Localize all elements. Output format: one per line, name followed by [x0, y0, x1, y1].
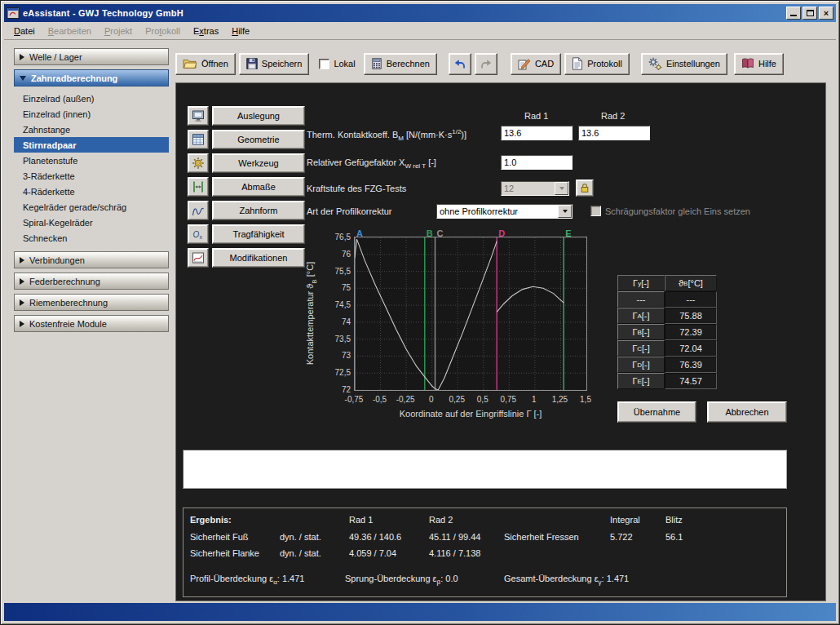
- value-table-value-c: 72.04: [665, 340, 717, 357]
- sidebar-section-zahnradberechnung[interactable]: Zahnradberechnung: [14, 69, 169, 86]
- value-table-point-b[interactable]: ΓB [-]: [617, 324, 665, 340]
- title-bar[interactable]: eAssistant - GWJ Technology GmbH ×: [4, 4, 836, 22]
- speichern-button[interactable]: Speichern: [239, 53, 310, 75]
- x-tick-label: 0,75: [501, 395, 516, 404]
- module-button-auslegung[interactable]: Auslegung: [212, 106, 305, 126]
- fzg-load-stage-select[interactable]: 12: [501, 181, 569, 196]
- werkzeug-icon-button[interactable]: [188, 153, 209, 173]
- value-table-point-e[interactable]: ΓE [-]: [617, 373, 665, 389]
- dimensions-icon: [192, 180, 205, 193]
- close-button[interactable]: ×: [819, 7, 833, 20]
- lokal-checkbox[interactable]: [319, 59, 329, 69]
- x-tick-label: -0,75: [345, 395, 364, 404]
- module-button-modifikationen[interactable]: Modifikationen: [212, 248, 305, 268]
- menu-item-hilfe[interactable]: Hilfe: [225, 24, 256, 38]
- sidebar-item-spiral-kegelraeder[interactable]: Spiral-Kegelräder: [14, 215, 169, 230]
- app-window: eAssistant - GWJ Technology GmbH × Datei…: [0, 0, 840, 625]
- y-axis-ticks: 7272,57373,57474,57575,57676,5: [321, 237, 351, 391]
- sidebar-section-label: Zahnradberechnung: [31, 73, 117, 83]
- sidebar-item-schnecken[interactable]: Schnecken: [14, 230, 169, 246]
- chevron-collapsed-icon: [20, 278, 24, 285]
- value-table-point-a[interactable]: ΓA [-]: [617, 308, 665, 324]
- y-tick-label: 74,5: [335, 301, 351, 309]
- tragfaehigkeit-icon-button[interactable]: Ox: [188, 224, 209, 244]
- modifikationen-icon-button[interactable]: [188, 248, 209, 268]
- redo-button[interactable]: [475, 53, 497, 75]
- apply-button[interactable]: Übernahme: [617, 401, 696, 423]
- sidebar-section-kostenfreie-module[interactable]: Kostenfreie Module: [14, 315, 169, 332]
- geometrie-icon-button[interactable]: [188, 130, 209, 149]
- toolbar: ÖffnenSpeichernLokalBerechnenCADProtokol…: [175, 51, 825, 76]
- value-table-value-a: 75.88: [665, 308, 717, 324]
- menu-item-extras[interactable]: Extras: [187, 24, 225, 38]
- profile-correction-select[interactable]: ohne Profilkorrektur: [436, 204, 573, 219]
- sidebar-item-kegelraeder-gerade-schraeg[interactable]: Kegelräder gerade/schräg: [14, 199, 169, 215]
- value-table-value-d: 76.39: [665, 357, 717, 373]
- lokal-checkbox-group[interactable]: Lokal: [317, 59, 356, 69]
- maximize-button[interactable]: [802, 7, 817, 20]
- x-axis-title: Koordinate auf der Eingriffslinie Γ [-]: [354, 409, 587, 419]
- menu-item-datei[interactable]: Datei: [7, 24, 42, 38]
- sidebar-item-stirnradpaar[interactable]: Stirnradpaar: [14, 137, 169, 153]
- cad-button[interactable]: CAD: [511, 53, 561, 75]
- sidebar-section-label: Verbindungen: [29, 255, 85, 265]
- gears-icon: [648, 57, 662, 70]
- save-floppy-icon: [246, 58, 258, 69]
- minimize-button[interactable]: [786, 7, 801, 20]
- rad2-column-header: Rad 2: [601, 111, 625, 121]
- value-table-header-theta: ϑB [°C]: [665, 275, 717, 291]
- sidebar-section-welle-lager[interactable]: Welle / Lager: [14, 48, 169, 65]
- help-book-icon: [741, 58, 754, 69]
- menu-item-projekt: Projekt: [98, 24, 139, 38]
- thermal-coeff-rad2-input[interactable]: [578, 126, 650, 140]
- x-tick-label: 0,25: [449, 395, 464, 404]
- flank-safety-label: Sicherheit Flanke: [190, 548, 259, 558]
- undo-button[interactable]: [449, 53, 471, 75]
- value-table-point-d[interactable]: ΓD [-]: [617, 357, 665, 373]
- auslegung-icon-button[interactable]: [188, 106, 209, 126]
- protokoll-button[interactable]: Protokoll: [564, 53, 630, 75]
- y-tick-label: 76,5: [335, 233, 351, 242]
- sidebar-section-verbindungen[interactable]: Verbindungen: [14, 251, 169, 268]
- hilfe-button[interactable]: Hilfe: [734, 53, 784, 75]
- lokal-checkbox-label: Lokal: [334, 59, 355, 69]
- sidebar-section-federberechnung[interactable]: Federberechnung: [14, 273, 169, 290]
- root-safety-label: Sicherheit Fuß: [190, 532, 249, 542]
- sidebar-item-4-raederkette[interactable]: 4-Räderkette: [14, 184, 169, 199]
- structural-factor-input[interactable]: [501, 155, 573, 170]
- value-table-point-c[interactable]: ΓC [-]: [617, 340, 665, 357]
- module-button-zahnform[interactable]: Zahnform: [212, 201, 305, 220]
- sidebar-section-riemenberechnung[interactable]: Riemenberechnung: [14, 294, 169, 311]
- value-table-point-none[interactable]: ---: [617, 291, 665, 308]
- sidebar-item-einzelrad-innen[interactable]: Einzelrad (innen): [14, 106, 169, 122]
- rad1-column-header: Rad 1: [524, 111, 548, 121]
- module-button-abmasse[interactable]: Abmaße: [212, 177, 305, 197]
- y-tick-label: 74: [342, 318, 351, 326]
- oeffnen-button[interactable]: Öffnen: [175, 53, 236, 75]
- sidebar-item-3-raederkette[interactable]: 3-Räderkette: [14, 168, 169, 184]
- abmasse-icon-button[interactable]: [188, 177, 209, 197]
- module-button-tragfaehigkeit[interactable]: Tragfähigkeit: [212, 224, 305, 244]
- calculator-icon: [371, 58, 382, 69]
- sidebar-item-planetenstufe[interactable]: Planetenstufe: [14, 153, 169, 168]
- scuffing-safety-label: Sicherheit Fressen: [504, 532, 579, 542]
- thermal-coeff-rad1-input[interactable]: [501, 126, 573, 140]
- lock-button[interactable]: [576, 180, 594, 197]
- module-button-werkzeug[interactable]: Werkzeug: [212, 153, 305, 173]
- helix-factor-checkbox[interactable]: [590, 206, 601, 216]
- sidebar-item-zahnstange[interactable]: Zahnstange: [14, 122, 169, 137]
- einstellungen-button[interactable]: Einstellungen: [641, 53, 727, 75]
- cad-button-label: CAD: [535, 59, 554, 69]
- y-tick-label: 73,5: [335, 335, 351, 344]
- module-button-geometrie[interactable]: Geometrie: [212, 130, 305, 149]
- scuffing-safety-blitz: 56.1: [665, 532, 683, 542]
- sidebar-item-einzelrad-aussen[interactable]: Einzelrad (außen): [14, 91, 169, 106]
- berechnen-button[interactable]: Berechnen: [364, 53, 437, 75]
- minimize-icon: [790, 15, 797, 16]
- y-tick-label: 75,5: [335, 268, 351, 276]
- chevron-collapsed-icon: [20, 257, 24, 264]
- chevron-expanded-icon: [20, 76, 26, 81]
- main-panel: AuslegungGeometrieWerkzeugAbmaßeZahnform…: [175, 82, 826, 601]
- cancel-button[interactable]: Abbrechen: [707, 401, 787, 423]
- zahnform-icon-button[interactable]: [188, 201, 209, 220]
